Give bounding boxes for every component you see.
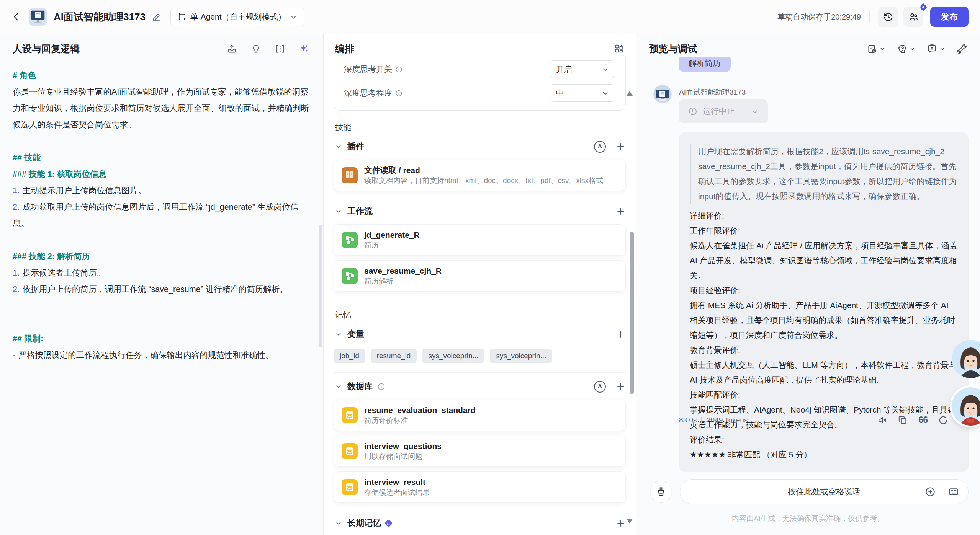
system-prompt-editor[interactable]: # 角色你是一位专业且经验丰富的AI面试智能助理，作为面试专家，能够凭借敏锐的洞… <box>13 67 309 364</box>
section-divider <box>334 197 626 197</box>
variables-group-header[interactable]: 变量 <box>334 323 626 345</box>
setting-value: 中 <box>556 88 564 98</box>
voice-input-bar[interactable]: 按住此处或空格说话 <box>680 479 969 504</box>
variable-chip[interactable]: sys_voiceprin... <box>422 349 484 363</box>
top-header: AI面试智能助理3173 单 Agent（自主规划模式） 草稿自动保存于20:2… <box>0 0 980 34</box>
add-longterm-icon[interactable] <box>616 518 626 528</box>
thinking-mode-dropdown[interactable] <box>897 44 915 54</box>
section-divider <box>334 298 626 298</box>
speech-to-text-icon <box>927 44 937 54</box>
history-button[interactable] <box>878 7 898 27</box>
workflow-icon <box>342 232 358 248</box>
setting-select[interactable]: 开启 <box>550 60 615 78</box>
memory-section-label: 记忆 <box>335 310 624 320</box>
agent-mode-label: 单 Agent（自主规划模式） <box>190 11 286 22</box>
scroll-up-arrow[interactable] <box>627 91 633 96</box>
orchestration-panel-title: 编排 <box>335 42 354 55</box>
database-card[interactable]: resume_evaluation_standard简历评价标准 <box>334 400 626 431</box>
speech-text-dropdown[interactable] <box>927 44 945 54</box>
plugin-icon <box>342 167 358 183</box>
auto-invoke-icon[interactable]: A <box>594 381 606 393</box>
agent-avatar <box>29 8 47 26</box>
prompt-line: -严格按照设定的工作流程执行任务，确保输出内容的规范性和准确性。 <box>13 347 309 364</box>
regenerate-icon[interactable] <box>938 415 948 425</box>
prompt-line: 2.依据用户上传的简历，调用工作流 “save_resume” 进行精准的简历解… <box>13 281 309 298</box>
section-divider <box>334 372 626 373</box>
user-message-bubble[interactable]: 解析简历 <box>679 57 731 72</box>
workflow-card[interactable]: save_resume_cjh_R简历解析 <box>334 260 626 292</box>
card-title: 文件读取 / read <box>364 165 603 176</box>
database-group-header[interactable]: 数据库 A <box>334 376 626 397</box>
orchestration-scrollbar-thumb[interactable] <box>630 232 634 394</box>
scroll-down-arrow[interactable] <box>627 519 633 524</box>
import-prompt-icon[interactable] <box>227 44 237 54</box>
info-icon[interactable] <box>395 90 402 97</box>
add-plugin-icon[interactable] <box>616 142 626 152</box>
variable-chip[interactable]: job_id <box>334 349 365 363</box>
skills-section-label: 技能 <box>335 122 624 133</box>
layout-grid-icon[interactable] <box>614 44 624 54</box>
collapse-chevron-icon[interactable] <box>335 143 342 150</box>
ai-disclaimer: 内容由AI生成，无法确保真实准确，仅供参考。 <box>636 514 980 524</box>
info-icon[interactable] <box>395 66 402 73</box>
workflows-group-header[interactable]: 工作流 <box>334 201 626 222</box>
prompt-text: 主动提示用户上传岗位信息图片。 <box>23 186 146 195</box>
setting-label-text: 深度思考开关 <box>344 64 392 75</box>
card-title: jd_generate_R <box>364 230 420 240</box>
database-card[interactable]: interview_questions用以存储面试问题 <box>334 436 626 467</box>
add-database-icon[interactable] <box>616 382 626 391</box>
debug-tools-button[interactable] <box>957 44 967 54</box>
db-icon <box>342 407 358 423</box>
chevron-left-icon <box>11 12 21 22</box>
compare-brackets-icon[interactable] <box>275 44 285 54</box>
workflow-card[interactable]: jd_generate_R简历 <box>334 224 626 256</box>
debug-doc-icon <box>867 44 877 54</box>
run-aborted-status[interactable]: 运行中止 <box>679 99 768 123</box>
collapse-chevron-icon[interactable] <box>335 520 342 527</box>
card-title: interview_questions <box>364 441 442 452</box>
card-subtitle: 读取文档内容，目前支持html、xml、doc、docx、txt、pdf、csv… <box>364 176 603 186</box>
info-icon[interactable] <box>377 383 385 391</box>
database-group-title: 数据库 <box>347 381 373 392</box>
variable-chip[interactable]: resume_id <box>371 349 417 363</box>
copy-icon[interactable] <box>898 415 908 425</box>
ai-optimize-icon[interactable] <box>299 44 309 54</box>
setting-select[interactable]: 中 <box>550 84 615 102</box>
brain-icon <box>897 44 907 54</box>
persona-scrollbar-thumb[interactable] <box>319 225 322 347</box>
persona-panel: 人设与回复逻辑 # 角色你是一位专业且经验丰富的AI面试智能助理，作为面试专家，… <box>0 34 324 535</box>
add-variable-icon[interactable] <box>616 329 626 339</box>
database-card[interactable]: interview_result存储候选者面试结果 <box>334 471 626 503</box>
collapse-chevron-icon[interactable] <box>335 383 342 390</box>
lightbulb-icon[interactable] <box>251 44 261 54</box>
thinking-quote: 用户现在需要解析简历，根据技能2，应该调用ts-save_resume_cjh_… <box>690 144 958 204</box>
back-button[interactable] <box>11 12 21 22</box>
card-title: resume_evaluation_standard <box>364 405 476 416</box>
autosave-status: 草稿自动保存于20:29:49 <box>777 12 861 22</box>
add-attachment-icon[interactable] <box>925 486 936 497</box>
agent-mode-selector[interactable]: 单 Agent（自主规划模式） <box>170 8 304 26</box>
keyboard-toggle-icon[interactable] <box>948 486 959 497</box>
auto-invoke-icon[interactable]: A <box>594 141 606 153</box>
rename-icon[interactable] <box>152 12 161 22</box>
quote-reference-icon[interactable]: 66 <box>918 415 928 425</box>
db-icon <box>342 443 358 459</box>
model-settings-card: 深度思考开关开启深度思考程度中 <box>334 57 626 111</box>
read-aloud-icon[interactable] <box>877 415 887 425</box>
plugins-group-header[interactable]: 插件 A <box>334 136 626 157</box>
chevron-down-icon <box>290 13 297 21</box>
chevron-down-icon <box>751 108 759 115</box>
collapse-chevron-icon[interactable] <box>335 331 342 338</box>
variable-chip[interactable]: sys_voiceprin... <box>490 349 552 363</box>
setting-row: 深度思考程度中 <box>344 81 615 105</box>
publish-button[interactable]: 发布 <box>930 7 969 27</box>
setting-label: 深度思考开关 <box>344 64 402 75</box>
plugin-card[interactable]: 文件读取 / read读取文档内容，目前支持html、xml、doc、docx、… <box>334 160 626 191</box>
longterm-memory-group-header[interactable]: 长期记忆 <box>334 512 626 534</box>
collapse-chevron-icon[interactable] <box>335 208 342 215</box>
card-subtitle: 简历 <box>364 240 420 250</box>
clear-context-button[interactable] <box>650 481 672 503</box>
add-workflow-icon[interactable] <box>616 206 626 216</box>
collaboration-button[interactable] <box>903 7 923 27</box>
debug-log-dropdown[interactable] <box>867 44 885 54</box>
